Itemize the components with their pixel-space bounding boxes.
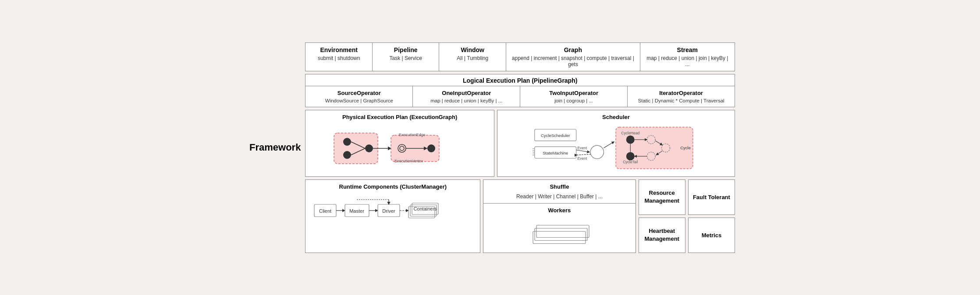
svg-text:ExecutionVertex: ExecutionVertex: [394, 159, 423, 163]
svg-text:Master: Master: [350, 208, 365, 214]
environment-sub: submit | shutdown: [311, 55, 367, 61]
pipeline-title: Pipeline: [378, 46, 434, 53]
shuffle-sub: Reader | Writer | Channel | Buffer | ...: [488, 193, 631, 200]
svg-text:StateMachine: StateMachine: [543, 151, 568, 155]
metrics-box: Metrics: [688, 218, 735, 253]
twoinput-op-title: TwoInputOperator: [525, 90, 623, 96]
svg-text:Driver: Driver: [383, 208, 396, 214]
stream-title: Stream: [646, 46, 729, 53]
physical-box: Physical Execution Plan (ExecutionGraph): [305, 110, 494, 177]
runtime-box: Runtime Components (ClusterManager): [305, 179, 480, 253]
window-title: Window: [444, 46, 501, 53]
workers-svg: [524, 217, 594, 248]
svg-text:Event: Event: [578, 156, 587, 160]
api-row: Environment submit | shutdown Pipeline T…: [305, 42, 735, 71]
svg-line-41: [604, 141, 614, 148]
source-op-sub: WindowSource | GraphSource: [310, 98, 408, 103]
bottom-row: Runtime Components (ClusterManager): [305, 179, 735, 253]
workers-bottom: Workers: [483, 204, 635, 253]
svg-text:CycleHead: CycleHead: [621, 130, 640, 135]
svg-line-25: [577, 154, 591, 155]
right-content: Environment submit | shutdown Pipeline T…: [305, 42, 735, 253]
api-cell-graph: Graph append | increment | snapshot | co…: [506, 43, 640, 71]
runtime-diagram: Client Master Driver: [310, 193, 476, 230]
heartbeat-title: Heartbeat Management: [644, 227, 679, 243]
fault-tolerant-title: Fault Tolerant: [693, 194, 730, 200]
workers-diagram: [524, 217, 594, 249]
api-cell-pipeline: Pipeline Task | Service: [373, 43, 440, 71]
shuffle-title: Shuffle: [488, 183, 631, 190]
logical-operators: SourceOperator WindowSource | GraphSourc…: [305, 86, 735, 107]
op-oneinput: OneInputOperator map | reduce | union | …: [413, 86, 520, 107]
environment-title: Environment: [311, 46, 367, 53]
svg-point-28: [626, 135, 635, 144]
scheduler-title: Scheduler: [502, 114, 730, 120]
metrics-title: Metrics: [702, 232, 722, 239]
graph-title: Graph: [511, 46, 635, 53]
oneinput-op-title: OneInputOperator: [417, 90, 515, 96]
op-iterator: IteratorOperator Static | Dynamic * Comp…: [628, 86, 735, 107]
physical-title: Physical Execution Plan (ExecutionGraph): [310, 114, 489, 120]
api-cell-environment: Environment submit | shutdown: [305, 43, 373, 71]
pipeline-sub: Task | Service: [378, 55, 434, 61]
oneinput-op-sub: map | reduce | union | keyBy | ...: [417, 98, 515, 103]
graph-sub: append | increment | snapshot | compute …: [511, 55, 635, 67]
svg-text:CycleScheduler: CycleScheduler: [541, 133, 570, 138]
svg-text:Containers: Containers: [414, 206, 437, 211]
svg-text:Event: Event: [578, 145, 587, 150]
source-op-title: SourceOperator: [310, 90, 408, 96]
heartbeat-box: Heartbeat Management: [639, 218, 685, 253]
middle-row: Physical Execution Plan (ExecutionGraph): [305, 110, 735, 177]
runtime-title: Runtime Components (ClusterManager): [310, 183, 476, 190]
svg-text:Client: Client: [319, 208, 331, 214]
main-container: Framework Environment submit | shutdown …: [245, 42, 735, 253]
op-source: SourceOperator WindowSource | GraphSourc…: [305, 86, 413, 107]
twoinput-op-sub: join | cogroup | ...: [525, 98, 623, 103]
svg-text:ExecutionEdge: ExecutionEdge: [399, 133, 426, 137]
svg-rect-58: [535, 228, 587, 240]
window-sub: All | Tumbling: [444, 55, 501, 61]
exec-graph: ExecutionEdge ExecutionVertex: [310, 124, 489, 173]
svg-point-30: [626, 152, 635, 160]
svg-line-23: [576, 150, 589, 152]
svg-point-11: [427, 144, 435, 152]
svg-point-3: [365, 144, 373, 152]
iterator-op-sub: Static | Dynamic * Compute | Traversal: [632, 98, 730, 103]
svg-point-22: [590, 145, 604, 158]
workers-title: Workers: [524, 207, 594, 214]
logical-box: Logical Execution Plan (PipelineGraph) S…: [305, 74, 735, 107]
exec-graph-svg: ExecutionEdge ExecutionVertex: [330, 126, 470, 170]
op-twoinput: TwoInputOperator join | cogroup | ...: [520, 86, 628, 107]
framework-label: Framework: [245, 42, 305, 253]
svg-point-1: [343, 138, 351, 146]
iterator-op-title: IteratorOperator: [632, 90, 730, 96]
resource-box: Resource Management: [639, 179, 685, 215]
stream-sub: map | reduce | union | join | keyBy | ..…: [646, 55, 729, 67]
fault-tolerant-box: Fault Tolerant: [688, 179, 735, 215]
scheduler-box: Scheduler CycleSchedul: [497, 110, 735, 177]
logical-title: Logical Execution Plan (PipelineGraph): [305, 74, 735, 86]
svg-text:CycleTail: CycleTail: [623, 160, 638, 164]
runtime-svg: Client Master Driver: [310, 193, 450, 228]
scheduler-svg: CycleScheduler StateMachine Eve: [533, 124, 699, 172]
scheduler-diagram: CycleScheduler StateMachine Eve: [502, 124, 730, 172]
api-cell-stream: Stream map | reduce | union | join | key…: [640, 43, 735, 71]
api-cell-window: Window All | Tumbling: [439, 43, 506, 71]
svg-point-2: [343, 151, 351, 159]
shuffle-workers-box: Shuffle Reader | Writer | Channel | Buff…: [483, 179, 636, 253]
resource-title: Resource Management: [644, 189, 679, 205]
shuffle-top: Shuffle Reader | Writer | Channel | Buff…: [483, 180, 635, 204]
svg-text:Cycle: Cycle: [681, 145, 691, 150]
resource-fault-box: Resource Management Fault Tolerant Heart…: [639, 179, 735, 253]
